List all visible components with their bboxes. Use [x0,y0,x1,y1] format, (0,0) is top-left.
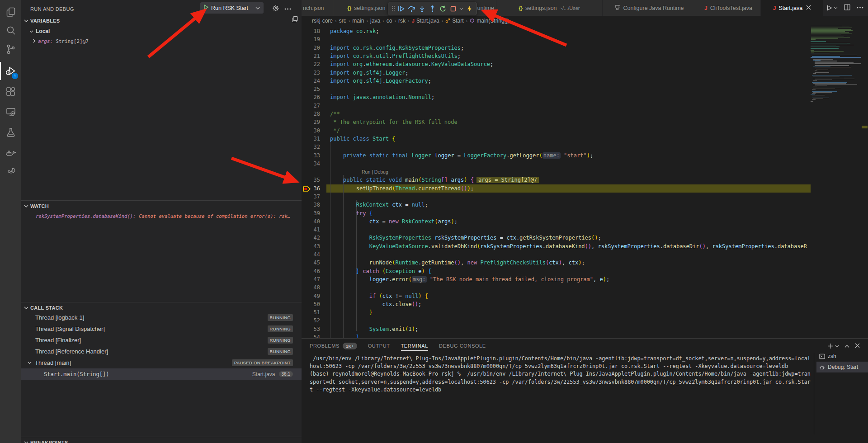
code-line-44: 44 [302,250,868,259]
breadcrumb-item[interactable]: main [352,18,364,24]
minimap[interactable] [811,26,861,338]
breadcrumb-item[interactable]: rskj-core [312,18,333,24]
terminal-list: zshDebug: Start [814,351,868,372]
watch-section-header[interactable]: WATCH [21,201,302,211]
split-editor-button[interactable] [844,4,850,12]
run-config-dropdown[interactable]: Run RSK Start [200,2,264,14]
tab-configure-java-runtime[interactable]: Configure Java Runtime [603,0,696,16]
call-stack-thread[interactable]: Thread [Signal Dispatcher]RUNNING [21,323,302,335]
debug-toolbar [388,2,477,15]
code-line-49: 49 if (ctx != null) { [302,292,868,300]
run-file-button[interactable] [826,5,838,11]
drag-handle-icon [390,3,396,14]
search-icon[interactable] [0,21,21,39]
watch-expression[interactable]: rskSystemProperties.databaseKind(): Cann… [36,212,290,220]
tab-start.java[interactable]: JStart.java [761,0,824,16]
gradle-icon[interactable] [0,162,21,180]
panel-tab-output[interactable]: OUTPUT [368,339,390,353]
panel-tab-debug-console[interactable]: DEBUG CONSOLE [439,339,486,353]
new-terminal-button[interactable] [827,343,839,349]
breadcrumb[interactable]: rskj-core›src›main›java›co›rsk›JStart.ja… [302,16,868,26]
code-line-24: 24import org.slf4j.LoggerFactory; [302,77,868,85]
variables-section-header[interactable]: VARIABLES [21,16,302,26]
code-line-51: 51 } [302,308,868,316]
call-stack-thread[interactable]: Thread [Reference Handler]RUNNING [21,346,302,357]
code-line-25: 25 [302,85,868,93]
call-stack-thread[interactable]: Thread [logback-1]RUNNING [21,312,302,323]
code-line-50: 50 ctx.close(); [302,300,868,308]
activity-bar: 1 [0,0,21,443]
close-panel-button[interactable] [855,342,860,350]
code-line-29: 29 * The entrypoint for the RSK full nod… [302,118,868,126]
breadcrumb-item[interactable]: rsk [398,18,406,24]
run-debug-icon[interactable] [0,62,21,80]
sidebar-title: RUN AND DEBUG [30,6,74,12]
code-line-42: 42 RskSystemProperties rskSystemProperti… [302,234,868,242]
close-icon[interactable] [806,5,811,11]
remote-explorer-icon[interactable] [0,103,21,121]
bolt-button[interactable] [464,3,475,14]
code-line-46: 46 } catch (Exception e) { [302,267,868,275]
code-line-30: 30 */ [302,126,868,134]
call-stack-section-header[interactable]: CALL STACK [21,303,302,313]
call-stack-frame[interactable]: Start.main(String[])Start.java36:1 [21,368,302,380]
code-line-34: 34 [302,160,868,168]
testing-icon[interactable] [0,123,21,141]
chevron-down-icon [255,5,260,11]
chevron-down-icon[interactable] [458,3,464,14]
breadcrumb-item[interactable]: main(String[]) [470,18,509,24]
java-runtime-icon [614,5,620,12]
maximize-panel-button[interactable] [844,342,849,350]
more-actions-icon[interactable] [857,4,863,12]
call-stack-thread[interactable]: Thread [Finalizer]RUNNING [21,335,302,346]
debug-count-badge: 1 [12,73,18,79]
method-symbol-icon [470,18,475,24]
breadcrumb-item[interactable]: java [370,18,380,24]
code-editor[interactable]: 17 */18package co.rsk;1920import co.rsk.… [302,26,868,338]
breakpoints-section-header[interactable]: BREAKPOINTS [21,438,302,443]
tab-settings.json[interactable]: {}settings.json~/.../User [496,0,603,16]
source-control-icon[interactable] [0,40,21,58]
gear-icon[interactable] [272,5,279,14]
code-line-32: 32 [302,143,868,151]
code-line-20: 20import co.rsk.config.RskSystemProperti… [302,44,868,52]
terminal-list-item-zsh[interactable]: zsh [816,351,868,362]
step-into-button[interactable] [417,3,427,14]
code-line-33: 33 private static final Logger logger = … [302,151,868,159]
tab-nch.json[interactable]: nch.json [302,0,333,16]
java-icon: J [704,5,708,11]
json-icon: {} [519,5,523,11]
code-line-39: 39 try { [302,209,868,217]
java-icon: J [773,5,776,11]
breadcrumb-item[interactable]: Start [445,18,463,24]
code-line-45: 45 runNode(Runtime.getRuntime(), new Pre… [302,259,868,267]
run-and-debug-sidebar: RUN AND DEBUG Run RSK Start VARIABLES Lo… [21,0,302,443]
extensions-icon[interactable] [0,83,21,101]
stop-button[interactable] [448,3,458,14]
code-line-21: 21import co.rsk.util.PreflightChecksUtil… [302,52,868,60]
code-line-41: 41 [302,226,868,234]
explorer-icon[interactable] [0,3,21,21]
code-line-40: 40 ctx = new RskContext(args); [302,217,868,226]
variable-args[interactable]: args: String[2]@7 [33,37,89,45]
code-line-37: 37 [302,193,868,201]
breadcrumb-item[interactable]: JStart.java [412,18,439,24]
tab-clitoolstest.java[interactable]: JCliToolsTest.java [696,0,761,16]
current-breakpoint-icon[interactable] [303,186,310,191]
terminal-list-item-debug-start[interactable]: Debug: Start [816,362,868,372]
step-over-button[interactable] [406,3,417,14]
panel-tab-terminal[interactable]: TERMINAL [401,339,428,353]
docker-icon[interactable] [0,143,21,161]
code-line-27: 27 [302,102,868,110]
breadcrumb-item[interactable]: src [339,18,346,24]
variables-scope-local[interactable]: Local [29,27,50,35]
continue-button[interactable] [396,3,406,14]
more-actions-icon[interactable] [284,5,291,14]
panel-tab-problems[interactable]: PROBLEMS1K+ [310,339,357,353]
restart-button[interactable] [438,3,448,14]
call-stack-thread[interactable]: Thread [main]PAUSED ON BREAKPOINT [21,357,302,368]
terminal-output[interactable]: /usr/bin/env /Library/Internet\ Plug-Ins… [310,355,812,394]
java-icon: J [412,18,415,24]
step-out-button[interactable] [427,3,438,14]
breadcrumb-item[interactable]: co [387,18,392,24]
